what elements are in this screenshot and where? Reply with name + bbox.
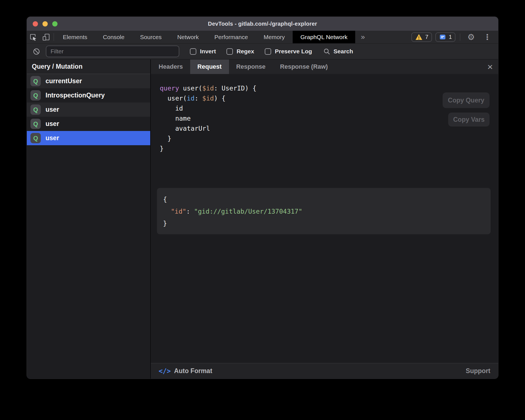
copy-vars-button[interactable]: Copy Vars: [448, 113, 490, 127]
detail-footer: </> Auto Format Support: [151, 363, 498, 379]
issues-badge[interactable]: 1: [435, 32, 455, 42]
zoom-window-button[interactable]: [52, 21, 58, 27]
traffic-lights: [33, 21, 58, 27]
devtools-window: DevTools - gitlab.com/-/graphql-explorer…: [27, 17, 498, 379]
tab-headers[interactable]: Headers: [151, 59, 190, 74]
devtools-toolbar: Elements Console Sources Network Perform…: [27, 31, 498, 44]
graphql-query-code: query user($id: UserID) { user(id: $id) …: [160, 83, 256, 154]
tab-response-raw[interactable]: Response (Raw): [273, 59, 335, 74]
device-toolbar-icon: [42, 33, 50, 41]
tab-response[interactable]: Response: [229, 59, 273, 74]
search-label: Search: [333, 48, 353, 55]
query-list-item-selected[interactable]: Q user: [27, 131, 150, 145]
filter-input[interactable]: [46, 46, 179, 57]
code-brackets-icon: </>: [159, 367, 171, 375]
query-list-item[interactable]: Q user: [27, 102, 150, 117]
issues-count: 1: [449, 34, 452, 40]
preserve-log-checkbox-group: Preserve Log: [265, 48, 312, 55]
tab-request[interactable]: Request: [190, 59, 229, 74]
warnings-count: 7: [425, 34, 428, 40]
window-title: DevTools - gitlab.com/-/graphql-explorer: [208, 21, 317, 27]
auto-format-label: Auto Format: [174, 367, 212, 375]
settings-button[interactable]: ⚙: [465, 33, 478, 41]
device-toolbar-button[interactable]: [40, 31, 52, 43]
minimize-window-button[interactable]: [42, 21, 48, 27]
request-detail-panel: Headers Request Response Response (Raw) …: [151, 59, 498, 379]
query-name: user: [46, 106, 59, 113]
tab-elements[interactable]: Elements: [55, 31, 95, 43]
query-type-badge: Q: [30, 104, 41, 115]
query-list-item[interactable]: Q user: [27, 117, 150, 131]
more-tabs-button[interactable]: »: [355, 31, 370, 43]
query-name: IntrospectionQuery: [46, 92, 105, 99]
detail-tab-bar: Headers Request Response Response (Raw) …: [151, 59, 498, 74]
toolbar-separator: [460, 34, 460, 41]
inspect-element-button[interactable]: [27, 31, 40, 43]
filter-bar: Invert Regex Preserve Log Search: [27, 44, 498, 59]
inspect-cursor-icon: [29, 33, 37, 41]
search-button[interactable]: Search: [323, 48, 353, 55]
tab-graphql-network[interactable]: GraphQL Network: [293, 31, 355, 43]
content-area: Query / Mutation Q currentUser Q Introsp…: [27, 59, 498, 379]
query-type-badge: Q: [30, 90, 41, 101]
invert-checkbox[interactable]: [190, 48, 196, 55]
gear-icon: ⚙: [467, 33, 475, 41]
tab-sources[interactable]: Sources: [132, 31, 170, 43]
invert-checkbox-group: Invert: [190, 48, 216, 55]
regex-checkbox[interactable]: [226, 48, 233, 55]
main-menu-button[interactable]: ⋮: [481, 33, 494, 41]
query-type-badge: Q: [30, 76, 41, 86]
invert-label: Invert: [200, 48, 216, 55]
preserve-log-checkbox[interactable]: [265, 48, 271, 55]
tab-console[interactable]: Console: [95, 31, 132, 43]
query-list-item[interactable]: Q IntrospectionQuery: [27, 88, 150, 102]
regex-checkbox-group: Regex: [226, 48, 254, 55]
query-list-panel: Query / Mutation Q currentUser Q Introsp…: [27, 59, 151, 379]
query-list-item[interactable]: Q currentUser: [27, 74, 150, 88]
request-body-area: query user($id: UserID) { user(id: $id) …: [151, 74, 498, 363]
close-detail-button[interactable]: ×: [482, 59, 498, 74]
toolbar-separator: [54, 33, 54, 41]
query-variables-box: { "id": "gid://gitlab/User/13704317"}: [157, 188, 491, 234]
toolbar-right-controls: 7 1 ⚙ ⋮: [411, 31, 498, 43]
chevron-double-right-icon: »: [361, 33, 365, 41]
regex-label: Regex: [237, 48, 254, 55]
query-list-header: Query / Mutation: [27, 59, 150, 74]
tab-performance[interactable]: Performance: [207, 31, 256, 43]
query-type-badge: Q: [30, 133, 41, 143]
block-clear-icon[interactable]: [33, 48, 40, 55]
auto-format-button[interactable]: </> Auto Format: [159, 367, 212, 375]
tab-network[interactable]: Network: [170, 31, 207, 43]
warning-triangle-icon: [415, 34, 423, 41]
query-type-badge: Q: [30, 119, 41, 129]
message-icon: [439, 34, 446, 41]
title-bar: DevTools - gitlab.com/-/graphql-explorer: [27, 17, 498, 31]
query-name: user: [46, 120, 59, 128]
warnings-badge[interactable]: 7: [411, 32, 432, 42]
close-icon: ×: [487, 61, 493, 72]
copy-query-button[interactable]: Copy Query: [443, 92, 490, 108]
query-name: user: [46, 134, 59, 142]
kebab-menu-icon: ⋮: [484, 33, 491, 41]
tab-memory[interactable]: Memory: [256, 31, 293, 43]
query-name: currentUser: [46, 77, 82, 85]
close-window-button[interactable]: [33, 21, 38, 27]
support-link[interactable]: Support: [466, 367, 490, 375]
preserve-log-label: Preserve Log: [275, 48, 312, 55]
search-icon: [323, 48, 331, 55]
